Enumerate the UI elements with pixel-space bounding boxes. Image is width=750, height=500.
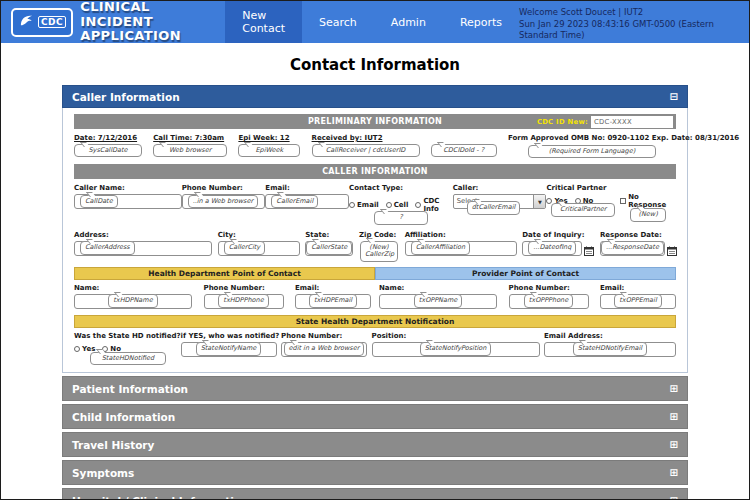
notify-phone-input[interactable]: edit in a Web browser [281, 342, 367, 357]
cdcidold-callout[interactable]: CDCIDold - ? [431, 144, 497, 157]
field-label: State: [305, 231, 353, 239]
contact-type-field: Contact Type: Email Cell CDC Info ? [349, 184, 453, 224]
checkbox-no-response[interactable]: No Response [620, 193, 676, 209]
hd-email-input[interactable]: txHDPEmail [295, 294, 371, 309]
section-child-information[interactable]: Child Information ⊞ [62, 404, 688, 429]
provider-name-input[interactable]: txOPPName [379, 294, 497, 309]
preliminary-information-bar: PRELIMINARY INFORMATION CDC ID New: CDC-… [74, 114, 676, 129]
cdc-id-input[interactable]: CDC-XXXX [591, 116, 673, 128]
web-browser-callout[interactable]: Web browser [153, 144, 227, 157]
required-form-language-callout[interactable]: (Required Form Language) [528, 145, 656, 158]
section-symptoms[interactable]: Symptoms ⊞ [62, 460, 688, 485]
section-caller-information[interactable]: Caller Information ⊟ [62, 85, 688, 108]
field-label: Critical Partner [546, 184, 620, 192]
epiweek-callout[interactable]: EpiWeek [238, 144, 300, 157]
txhdpphone-callout: txHDPPhone [218, 294, 268, 307]
position-input[interactable]: StateNotifyPosition [372, 342, 540, 357]
caller-select-field: Caller: Select ▼ dtCallerEmail [453, 184, 547, 209]
expand-icon[interactable]: ⊞ [670, 412, 678, 422]
nav-new-contact[interactable]: New Contact [225, 1, 302, 43]
who-notified-input[interactable]: StateNotifyName [181, 342, 277, 357]
dtcalleremail-callout: dtCallerEmail [467, 201, 521, 214]
caller-phone-input[interactable]: ..in a Web browser [182, 194, 266, 209]
date-of-inquiry-input[interactable]: ...DateofInq [522, 241, 582, 256]
radio-icon[interactable] [74, 346, 80, 352]
radio-icon[interactable] [415, 202, 421, 208]
hd-phone-input[interactable]: txHDPPhone [204, 294, 284, 309]
field-label: Date of Inquiry: [522, 231, 594, 239]
position-field: Position: StateNotifyPosition [372, 332, 540, 357]
hd-poc-fields: Name: txHDPName Phone Number: txHDPPhone… [74, 284, 371, 309]
calendar-icon[interactable] [584, 241, 594, 260]
affiliation-field: Affiliation: CallerAffiliation [405, 231, 517, 256]
hd-phone-field: Phone Number: txHDPPhone [204, 284, 284, 309]
state-input[interactable]: CallerState [305, 241, 353, 256]
field-label: Epi Week: 12 [238, 134, 300, 142]
calleraffiliation-callout: CallerAffiliation [411, 241, 471, 254]
section-title: Caller Information [72, 91, 180, 103]
notify-email-input[interactable]: StateHDNotifyEmail [544, 342, 676, 357]
radio-icon[interactable] [349, 202, 355, 208]
address-input[interactable]: CallerAddress [74, 241, 212, 256]
field-label: Name: [379, 284, 497, 292]
expand-icon[interactable]: ⊞ [670, 496, 678, 500]
caller-phone-field: Phone Number: ..in a Web browser [182, 184, 266, 209]
expand-icon[interactable]: ⊞ [670, 468, 678, 478]
hhs-eagle-icon [18, 13, 35, 32]
field-label: Call Time: 7:30am [153, 134, 227, 142]
nav-search[interactable]: Search [302, 1, 374, 43]
form-approved-field: Form Approved OMB No: 0920-1102 Exp. Dat… [508, 134, 676, 158]
nav-reports[interactable]: Reports [443, 1, 519, 43]
section-travel-history[interactable]: Travel History ⊞ [62, 432, 688, 457]
callreceiver-callout[interactable]: CallReceiver | cdcUserID [312, 144, 420, 157]
expand-icon[interactable]: ⊞ [670, 440, 678, 450]
nav-admin[interactable]: Admin [374, 1, 443, 43]
calleremail-callout: CallerEmail [271, 195, 318, 208]
criticalpartner-callout: CriticalPartner [551, 203, 615, 216]
statenotifyposition-callout: StateNotifyPosition [420, 342, 492, 355]
collapse-icon[interactable]: ⊟ [670, 92, 678, 102]
field-label: Name: [74, 284, 192, 292]
callerstate-callout: CallerState [306, 241, 352, 254]
syscalldate-callout[interactable]: SysCallDate [74, 144, 142, 157]
caller-email-input[interactable]: CallerEmail [265, 194, 349, 209]
app-window: CDC CLINICAL INCIDENT APPLICATION New Co… [0, 0, 750, 500]
provider-email-input[interactable]: txOPPEmail [600, 294, 676, 309]
received-by-field: Received by: IUT2 CallReceiver | cdcUser… [312, 134, 420, 157]
provider-phone-field: Phone Number: txOPPPhone [509, 284, 589, 309]
caller-dropdown[interactable]: Select ▼ dtCallerEmail [453, 194, 547, 209]
zip-code-field: Zip Code: (New) CallerZip [359, 231, 399, 262]
section-hospital-clinical-information[interactable]: Hospital / Clinical Information ⊞ [62, 488, 688, 500]
field-label: Was the State HD notified? [74, 332, 176, 340]
response-date-field: Response Date: ...ResponseDate [600, 231, 676, 260]
radio-cell[interactable]: Cell [386, 201, 409, 209]
provider-name-field: Name: txOPPName [379, 284, 497, 309]
checkbox-icon[interactable] [620, 198, 626, 204]
radio-email[interactable]: Email [349, 201, 379, 209]
radio-icon[interactable] [386, 202, 392, 208]
caller-name-input[interactable]: CallDate [74, 194, 182, 209]
hd-name-input[interactable]: txHDPName [74, 294, 192, 309]
dateofinq-callout: ...DateofInq [528, 241, 576, 254]
provider-phone-input[interactable]: txOPPPhone [509, 294, 589, 309]
city-input[interactable]: CallerCity [218, 241, 300, 256]
chevron-down-icon[interactable]: ▼ [533, 195, 545, 208]
user-info: Welcome Scott Doucet | IUT2 Sun Jan 29 2… [519, 1, 749, 43]
poc-bars: Health Department Point of Contact Provi… [74, 267, 676, 280]
field-label: Phone Number: [204, 284, 284, 292]
response-date-input[interactable]: ...ResponseDate [600, 241, 665, 256]
phone-callout: ..in a Web browser [188, 195, 258, 208]
field-label: Received by: IUT2 [312, 134, 420, 142]
affiliation-input[interactable]: CallerAffiliation [405, 241, 517, 256]
cdc-logo: CDC [1, 1, 73, 43]
callerzip-callout[interactable]: (New) CallerZip [360, 241, 398, 262]
state-hd-notified-field: Was the State HD notified? Yes No StateH… [74, 332, 176, 365]
no-response-option: No Response [620, 193, 676, 209]
expand-icon[interactable]: ⊞ [670, 384, 678, 394]
section-patient-information[interactable]: Patient Information ⊞ [62, 376, 688, 401]
hd-email-field: Email: txHDPEmail [295, 284, 371, 309]
field-label: Position: [372, 332, 540, 340]
provider-poc-fields: Name: txOPPName Phone Number: txOPPPhone… [379, 284, 676, 309]
responsedate-callout: ...ResponseDate [601, 241, 664, 254]
calendar-icon[interactable] [667, 241, 677, 260]
